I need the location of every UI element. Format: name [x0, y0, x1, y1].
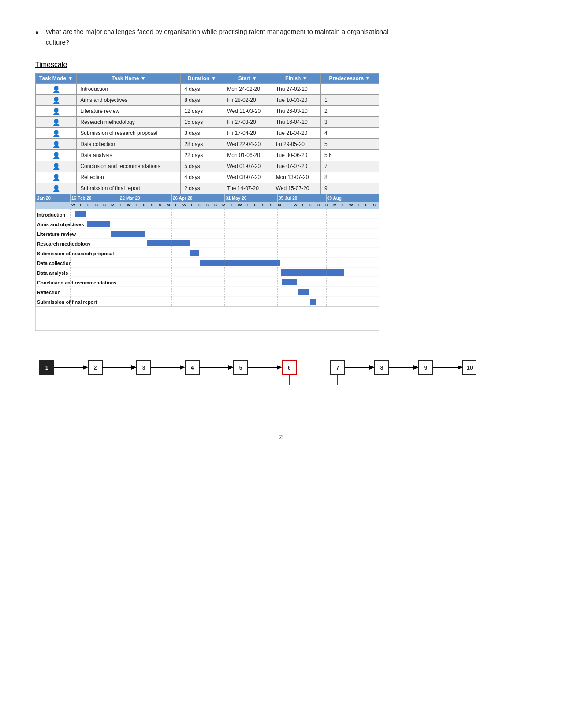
predecessors: 2	[321, 106, 379, 117]
timescale-heading: Timescale	[35, 61, 527, 69]
combined-area: Task Mode ▼ Task Name ▼ Duration ▼ Start…	[35, 73, 379, 332]
bullet-text: What are the major challenges faced by o…	[46, 26, 407, 48]
svg-text:22 Mar 20: 22 Mar 20	[120, 196, 140, 201]
start: Fri 17-04-20	[223, 128, 272, 139]
col-duration[interactable]: Duration ▼	[181, 74, 223, 84]
svg-text:M: M	[333, 203, 337, 207]
col-finish[interactable]: Finish ▼	[272, 74, 320, 84]
svg-text:W: W	[127, 203, 131, 207]
predecessors: 5,6	[321, 150, 379, 161]
svg-text:31 May 20: 31 May 20	[226, 196, 247, 201]
col-task-name[interactable]: Task Name ▼	[77, 74, 181, 84]
svg-text:1: 1	[45, 365, 48, 371]
svg-rect-17	[75, 211, 86, 217]
svg-rect-19	[87, 221, 110, 227]
bullet-dot: •	[35, 26, 39, 39]
task-mode-cell: 👤	[36, 84, 77, 95]
finish: Wed 15-07-20	[272, 183, 320, 194]
table-row: 👤Literature review12 daysWed 11-03-20Thu…	[36, 106, 379, 117]
task-name: Data analysis	[77, 150, 181, 161]
svg-marker-108	[228, 365, 234, 370]
svg-text:Submission of research proposa: Submission of research proposal	[37, 251, 114, 256]
predecessors: 8	[321, 172, 379, 183]
svg-text:S: S	[325, 203, 328, 207]
duration: 4 days	[181, 84, 223, 95]
svg-text:M: M	[222, 203, 226, 207]
task-mode-cell: 👤	[36, 128, 77, 139]
start: Fri 28-02-20	[223, 95, 272, 106]
predecessors: 4	[321, 128, 379, 139]
task-name: Introduction	[77, 84, 181, 95]
gantt-table: Task Mode ▼ Task Name ▼ Duration ▼ Start…	[35, 73, 379, 194]
col-task-mode[interactable]: Task Mode ▼	[36, 74, 77, 84]
start: Mon 24-02-20	[223, 84, 272, 95]
svg-text:Research methodology: Research methodology	[37, 241, 91, 246]
predecessors: 1	[321, 95, 379, 106]
svg-rect-23	[147, 240, 190, 246]
svg-text:16 Feb 20: 16 Feb 20	[71, 196, 92, 201]
network-diagram: 1 2 3 4 5 6	[35, 341, 476, 398]
svg-text:S: S	[151, 203, 153, 207]
svg-text:Literature review: Literature review	[37, 231, 76, 237]
svg-marker-112	[277, 365, 282, 370]
bullet-item: • What are the major challenges faced by…	[35, 26, 527, 48]
table-row: 👤Reflection4 daysWed 08-07-20Mon 13-07-2…	[36, 172, 379, 183]
svg-rect-21	[111, 231, 145, 237]
finish: Thu 16-04-20	[272, 117, 320, 128]
predecessors: 9	[321, 183, 379, 194]
task-mode-cell: 👤	[36, 150, 77, 161]
svg-text:7: 7	[336, 365, 339, 371]
svg-text:Data collection: Data collection	[37, 261, 72, 266]
table-row: 👤Aims and objectives8 daysFri 28-02-20Tu…	[36, 95, 379, 106]
svg-text:W: W	[238, 203, 242, 207]
svg-text:M: M	[278, 203, 281, 207]
start: Wed 08-07-20	[223, 172, 272, 183]
finish: Tue 07-07-20	[272, 161, 320, 172]
col-predecessors[interactable]: Predecessors ▼	[321, 74, 379, 84]
svg-text:Introduction: Introduction	[37, 212, 65, 217]
predecessors: 7	[321, 161, 379, 172]
svg-text:26 Apr 20: 26 Apr 20	[173, 196, 193, 201]
task-name: Data collection	[77, 139, 181, 150]
finish: Tue 10-03-20	[272, 95, 320, 106]
svg-text:S: S	[214, 203, 217, 207]
task-mode-icon: 👤	[52, 119, 60, 126]
duration: 4 days	[181, 172, 223, 183]
gantt-svg: Jan 20 16 Feb 20 22 Mar 20 26 Apr 20 31 …	[35, 194, 379, 331]
task-mode-icon: 👤	[52, 174, 60, 181]
task-mode-cell: 👤	[36, 139, 77, 150]
svg-text:S: S	[373, 203, 376, 207]
svg-text:S: S	[103, 203, 106, 207]
task-name: Literature review	[77, 106, 181, 117]
svg-rect-27	[200, 260, 280, 266]
task-mode-cell: 👤	[36, 183, 77, 194]
task-name: Research methodology	[77, 117, 181, 128]
table-row: 👤Submission of research proposal3 daysFr…	[36, 128, 379, 139]
start: Wed 01-07-20	[223, 161, 272, 172]
svg-text:F: F	[254, 203, 257, 207]
svg-text:S: S	[270, 203, 272, 207]
finish: Tue 21-04-20	[272, 128, 320, 139]
task-mode-icon: 👤	[52, 97, 60, 104]
start: Fri 27-03-20	[223, 117, 272, 128]
predecessors: 5	[321, 139, 379, 150]
svg-text:W: W	[71, 203, 75, 207]
task-name: Conclusion and recommendations	[77, 161, 181, 172]
svg-text:F: F	[87, 203, 90, 207]
task-name: Aims and objectives	[77, 95, 181, 106]
svg-text:W: W	[182, 203, 186, 207]
svg-rect-35	[310, 299, 316, 305]
duration: 8 days	[181, 95, 223, 106]
task-mode-icon: 👤	[52, 141, 60, 148]
svg-text:9: 9	[424, 365, 428, 371]
col-start[interactable]: Start ▼	[223, 74, 272, 84]
task-mode-cell: 👤	[36, 172, 77, 183]
svg-marker-104	[180, 365, 185, 370]
svg-text:8: 8	[380, 365, 383, 371]
svg-marker-130	[458, 365, 463, 370]
start: Wed 11-03-20	[223, 106, 272, 117]
svg-marker-122	[369, 365, 375, 370]
svg-rect-29	[281, 269, 344, 276]
table-row: 👤Conclusion and recommendations5 daysWed…	[36, 161, 379, 172]
svg-text:4: 4	[191, 365, 194, 371]
